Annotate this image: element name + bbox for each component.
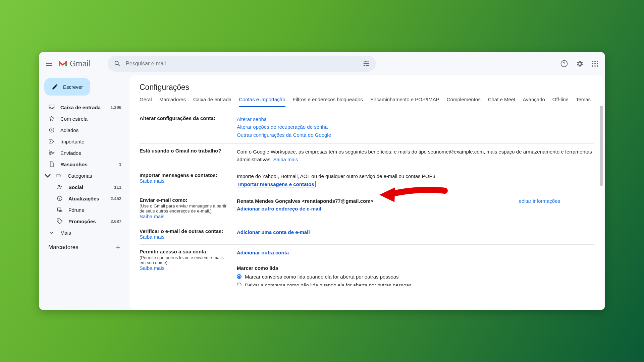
svg-point-4 [592,61,593,62]
link-learn-more[interactable]: Saiba mais [140,178,164,184]
svg-text:?: ? [563,61,566,66]
sidebar-item-promotions[interactable]: Promoções2.687 [42,216,126,227]
link-recovery[interactable]: Alterar opções de recuperação de senha [237,124,328,130]
clock-icon [48,127,55,133]
tab-complementos[interactable]: Complementos [447,97,481,107]
svg-point-10 [592,65,593,67]
section-text: Importe do Yahoo!, Hotmail, AOL ou de qu… [237,173,437,179]
apps-icon[interactable] [591,60,599,68]
svg-point-16 [60,186,61,187]
link-change-password[interactable]: Alterar senha [237,116,267,122]
compose-label: Escrever [63,84,83,90]
tab-chat[interactable]: Chat e Meet [488,97,516,107]
tab-filtros[interactable]: Filtros e endereços bloqueados [293,97,363,107]
radio-mark-read[interactable]: Marcar conversa como lida quando ela for… [237,273,594,281]
gmail-icon [58,60,68,68]
chevron-down-icon [44,172,51,179]
svg-point-15 [58,185,60,187]
svg-point-18 [58,220,59,221]
menu-icon[interactable] [45,60,53,68]
svg-point-7 [592,63,593,64]
sidebar-item-categories[interactable]: Categorias [42,170,126,181]
link-learn-more[interactable]: Saiba mais [140,214,164,219]
svg-point-8 [594,63,596,64]
category-icon [56,172,62,179]
labels-header: Marcadores + [42,238,126,252]
section-check: Verificar o e-mail de outras contas: Sai… [140,224,594,245]
section-title: Importar mensagens e contatos: [140,172,231,178]
sidebar-item-snoozed[interactable]: Adiados [42,124,126,136]
tab-contas[interactable]: Contas e importação [239,97,285,107]
link-add-account[interactable]: Adicionar uma conta de e-mail [237,229,310,235]
search-bar[interactable] [108,56,376,72]
logo[interactable]: Gmail [58,59,90,68]
svg-point-0 [365,61,366,63]
link-google-account[interactable]: Outras configurações da Conta do Google [237,132,331,138]
radio-label: Deixar a conversa como não lida quando e… [245,281,412,286]
tab-avancado[interactable]: Avançado [523,97,545,107]
link-learn-more[interactable]: Saiba mais [273,157,298,162]
settings-icon[interactable] [576,60,584,68]
link-edit-info[interactable]: editar informações [519,197,560,205]
forum-icon [56,206,63,213]
sidebar-item-sent[interactable]: Enviados [42,147,126,159]
tab-marcadores[interactable]: Marcadores [159,97,186,107]
svg-point-5 [594,61,596,62]
link-add-email[interactable]: Adicionar outro endereço de e-mail [237,206,321,212]
section-title: Enviar e-mail como: [140,197,231,203]
section-work: Está usando o Gmail no trabalho? Com o G… [140,144,594,169]
tag-icon [56,218,63,225]
svg-point-11 [594,65,596,67]
link-learn-more[interactable]: Saiba mais [140,234,164,240]
radio-icon [237,274,241,279]
help-icon[interactable]: ? [560,60,568,68]
send-icon [48,149,55,156]
sidebar-item-forums[interactable]: Fóruns [42,204,126,216]
radio-leave-unread[interactable]: Deixar a conversa como não lida quando e… [237,281,594,286]
topbar-actions: ? [560,60,599,68]
topbar: Gmail ? [39,52,605,75]
sidebar-item-more[interactable]: Mais [42,227,126,238]
svg-point-12 [597,65,598,67]
mark-title: Marcar como lida [237,265,278,271]
section-title: Verificar o e-mail de outras contas: [140,228,231,234]
sidebar-item-inbox[interactable]: Caixa de entrada1.396 [42,102,126,113]
body: Escrever Caixa de entrada1.396 Com estre… [39,75,605,310]
search-input[interactable] [126,61,363,67]
svg-point-9 [597,63,598,64]
svg-point-1 [367,65,368,66]
sidebar-item-starred[interactable]: Com estrela [42,113,126,124]
tab-temas[interactable]: Temas [576,97,591,107]
tab-offline[interactable]: Off-line [552,97,569,107]
tab-caixa[interactable]: Caixa de entrada [193,97,231,107]
tab-encaminhamento[interactable]: Encaminhamento e POP/IMAP [370,97,439,107]
radio-icon [237,283,241,286]
section-title: Alterar configurações da conta: [140,115,231,121]
tune-icon[interactable] [363,60,370,67]
sidebar-item-drafts[interactable]: Rascunhos1 [42,159,126,170]
tabs: Geral Marcadores Caixa de entrada Contas… [129,97,604,107]
tab-geral[interactable]: Geral [140,97,152,107]
section-subtitle: (Permite que outros leiam e enviem e-mai… [140,255,231,265]
sidebar-item-important[interactable]: Importante [42,136,126,147]
draft-icon [48,161,55,168]
add-label-button[interactable]: + [116,243,120,252]
section-account: Alterar configurações da conta: Alterar … [140,111,594,144]
inbox-icon [48,104,55,111]
sidebar: Escrever Caixa de entrada1.396 Com estre… [39,75,129,310]
sidebar-item-social[interactable]: Social111 [42,181,126,193]
link-add-other-account[interactable]: Adicionar outra conta [237,250,289,255]
link-learn-more[interactable]: Saiba mais [140,265,164,271]
svg-point-6 [597,61,598,62]
star-icon [48,115,55,122]
link-import-messages[interactable]: Importar mensagens e contatos [237,181,316,187]
scrollbar[interactable] [600,106,603,186]
people-icon [56,184,63,190]
sidebar-item-updates[interactable]: Atualizações2.452 [42,193,126,204]
section-title: Permitir acesso à sua conta: [140,249,231,254]
section-subtitle: (Use o Gmail para enviar mensagens a par… [140,203,231,214]
settings-body: Alterar configurações da conta: Alterar … [129,111,604,286]
logo-text: Gmail [70,59,90,68]
important-icon [48,138,55,145]
compose-button[interactable]: Escrever [44,78,90,96]
